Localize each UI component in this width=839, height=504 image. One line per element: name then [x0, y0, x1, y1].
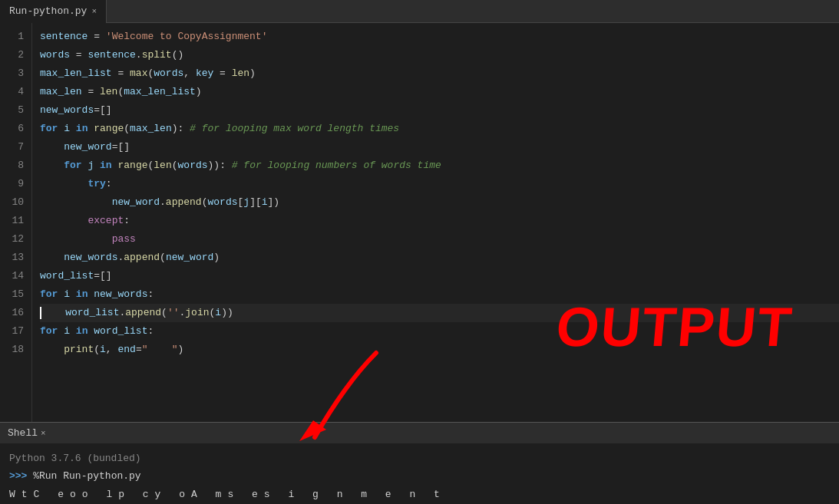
shell-tab-label: Shell	[8, 427, 38, 439]
code-line: pass	[40, 230, 839, 249]
shell-content[interactable]: Python 3.7.6 (bundled) >>> %Run Run-pyth…	[0, 443, 839, 504]
code-area[interactable]: sentence = 'Welcome to CopyAssignment'wo…	[32, 23, 839, 422]
shell-tab-close-icon[interactable]: ×	[41, 429, 46, 438]
tab-bar: Run-python.py ×	[0, 0, 839, 23]
code-line: max_len = len(max_len_list)	[40, 83, 839, 101]
code-line: for j in range(len(words)): # for loopin…	[40, 156, 839, 175]
code-line: words = sentence.split()	[40, 46, 839, 64]
shell-bar: Shell ×	[0, 422, 839, 443]
code-line: except:	[40, 212, 839, 230]
editor: 123456789101112131415161718 sentence = '…	[0, 23, 839, 422]
code-line: new_word.append(words[j][i])	[40, 193, 839, 212]
code-line: sentence = 'Welcome to CopyAssignment'	[40, 28, 839, 46]
tab-filename: Run-python.py	[9, 5, 87, 17]
file-tab[interactable]: Run-python.py ×	[0, 0, 107, 23]
code-line: new_words=[]	[40, 101, 839, 120]
code-line: for i in new_words:	[40, 285, 839, 304]
code-line: print(i, end=" ")	[40, 341, 839, 359]
line-numbers: 123456789101112131415161718	[0, 23, 32, 422]
shell-tab[interactable]: Shell ×	[8, 427, 46, 439]
code-line: word_list.append(''.join(i))	[40, 304, 839, 322]
code-line: for i in word_list:	[40, 322, 839, 341]
tab-close-icon[interactable]: ×	[91, 7, 97, 16]
code-line: for i in range(max_len): # for looping m…	[40, 120, 839, 138]
output-line: WtC eoo lp cy oA ms es i g n m e n t	[9, 486, 830, 503]
run-command-line: >>> %Run Run-python.py	[9, 467, 830, 485]
code-line: word_list=[]	[40, 267, 839, 285]
code-line: new_word=[]	[40, 138, 839, 156]
python-version-line: Python 3.7.6 (bundled)	[9, 450, 830, 467]
code-line: try:	[40, 175, 839, 193]
code-line: max_len_list = max(words, key = len)	[40, 64, 839, 83]
code-line: new_words.append(new_word)	[40, 249, 839, 267]
